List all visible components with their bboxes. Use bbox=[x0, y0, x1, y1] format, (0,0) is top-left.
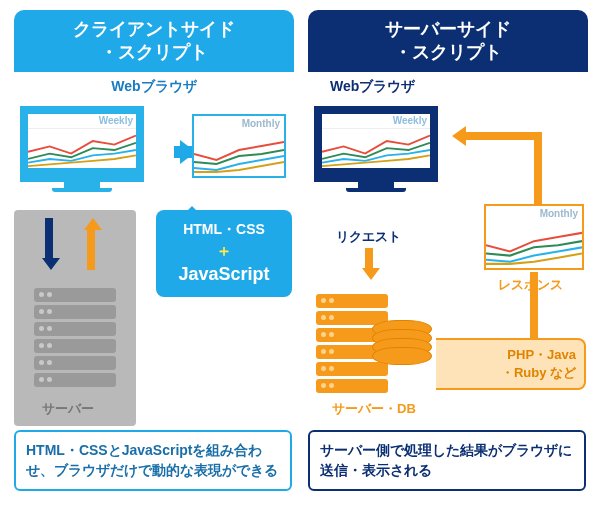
serverdb-label: サーバー・DB bbox=[332, 400, 416, 418]
response-arrowhead-icon bbox=[452, 126, 466, 146]
client-chart-weekly: Weekly bbox=[28, 114, 136, 168]
request-arrow-icon bbox=[362, 248, 376, 280]
client-side-column: クライアントサイド ・スクリプト Webブラウザ Weekly bbox=[14, 10, 294, 500]
client-tech-bubble: HTML・CSS ＋ JavaScript bbox=[156, 210, 292, 297]
client-browser-label: Webブラウザ bbox=[14, 78, 294, 96]
bubble-js: JavaScript bbox=[178, 264, 269, 284]
server-title-line1: サーバーサイド bbox=[308, 18, 588, 41]
server-title-line2: ・スクリプト bbox=[308, 41, 588, 64]
client-title-line2: ・スクリプト bbox=[14, 41, 294, 64]
client-title-line1: クライアントサイド bbox=[14, 18, 294, 41]
bubble-htmlcss: HTML・CSS bbox=[183, 221, 265, 237]
server-langs-box: PHP・Java ・Ruby など bbox=[436, 338, 586, 390]
client-body: Webブラウザ Weekly Monthly bbox=[14, 78, 294, 440]
bubble-plus: ＋ bbox=[162, 240, 286, 262]
client-caption: HTML・CSSとJavaScriptを組み合わせ、ブラウザだけで動的な表現がで… bbox=[14, 430, 292, 491]
server-caption: サーバー側で処理した結果がブラウザに送信・表示される bbox=[308, 430, 586, 491]
server-browser-label: Webブラウザ bbox=[308, 78, 588, 96]
server-panel-monthly: Monthly bbox=[484, 204, 584, 270]
upload-arrow-icon bbox=[84, 218, 98, 270]
client-server-label: サーバー bbox=[42, 400, 94, 418]
server-browser-monitor: Weekly bbox=[314, 106, 438, 192]
langs-line2: ・Ruby など bbox=[444, 364, 576, 382]
chart-lines-icon bbox=[322, 114, 430, 168]
server-side-column: サーバーサイド ・スクリプト Webブラウザ Weekly bbox=[308, 10, 588, 500]
download-arrow-icon bbox=[42, 218, 56, 270]
server-chart-weekly: Weekly bbox=[322, 114, 430, 168]
monthly-tag: Monthly bbox=[242, 118, 280, 129]
server-header: サーバーサイド ・スクリプト bbox=[308, 10, 588, 72]
client-server-icon bbox=[34, 288, 116, 390]
client-header: クライアントサイド ・スクリプト bbox=[14, 10, 294, 72]
response-path-vert bbox=[534, 132, 542, 204]
request-label: リクエスト bbox=[336, 228, 401, 246]
monthly-tag: Monthly bbox=[540, 208, 578, 219]
langs-to-response-path bbox=[530, 272, 538, 338]
langs-line1: PHP・Java bbox=[444, 346, 576, 364]
chart-lines-icon bbox=[28, 114, 136, 168]
response-path-horiz bbox=[464, 132, 542, 140]
server-body: Webブラウザ Weekly M bbox=[308, 78, 588, 440]
database-icon bbox=[372, 320, 432, 365]
client-panel-monthly: Monthly bbox=[192, 114, 286, 178]
client-browser-monitor: Weekly bbox=[20, 106, 144, 192]
